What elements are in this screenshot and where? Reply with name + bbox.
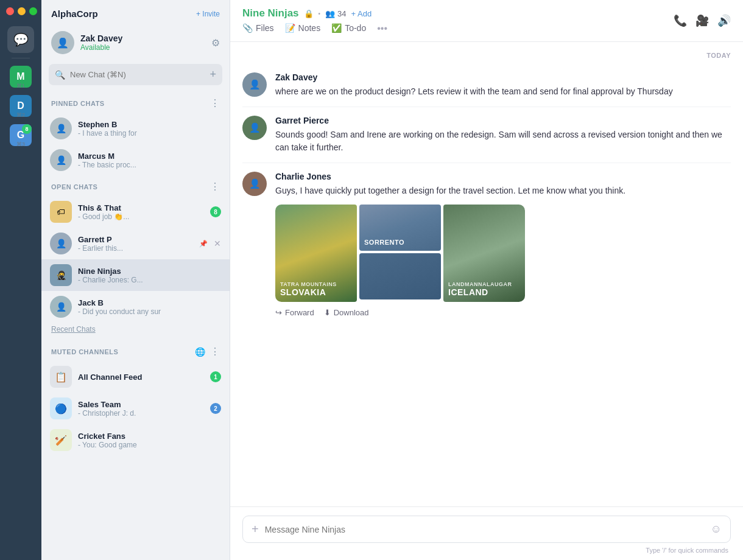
shortcut-label-3: ⌘3 bbox=[16, 141, 25, 147]
channel-sales-team[interactable]: 🔵 Sales Team - Christopher J: d. 2 bbox=[41, 393, 230, 424]
pin-icon: 📌 bbox=[199, 240, 208, 248]
members-count: 👥 34 bbox=[325, 9, 346, 18]
collage-col-left: TATRA MOUNTAINS SLOVAKIA bbox=[275, 205, 357, 302]
close-window-btn[interactable] bbox=[6, 7, 14, 15]
workspace-badge-g: 8 bbox=[22, 124, 32, 134]
open-chat-this-that[interactable]: 🏷 This & That - Good job 👏... 8 bbox=[41, 196, 230, 228]
unread-badge: 1 bbox=[210, 371, 221, 382]
close-chat-icon[interactable]: ✕ bbox=[214, 239, 221, 248]
add-members-button[interactable]: + Add bbox=[351, 9, 372, 18]
people-icon: 👥 bbox=[325, 9, 335, 18]
sender-name: Charlie Jones bbox=[275, 172, 731, 181]
open-chats-header: OPEN CHATS ⋮ bbox=[41, 176, 230, 196]
message-actions: ↪ Forward ⬇ Download bbox=[275, 308, 731, 317]
chat-name: Garrett P bbox=[78, 235, 193, 244]
channel-cricket-fans[interactable]: 🏏 Cricket Fans - You: Good game bbox=[41, 424, 230, 456]
message-text: Guys, I have quickly put together a desi… bbox=[275, 184, 731, 197]
recent-chats-link[interactable]: Recent Chats bbox=[41, 323, 230, 340]
avatar: 🥷 bbox=[50, 264, 72, 286]
window-controls bbox=[0, 7, 37, 15]
chat-preview: - Earlier this... bbox=[78, 244, 193, 253]
settings-icon[interactable]: ⚙ bbox=[211, 37, 220, 49]
open-chat-nine-ninjas[interactable]: 🥷 Nine Ninjas - Charlie Jones: G... bbox=[41, 259, 230, 291]
messages-area[interactable]: TODAY 👤 Zak Davey where are we on the pr… bbox=[230, 42, 743, 506]
chat-title-row: Nine Ninjas 🔒 • 👥 34 + Add bbox=[242, 7, 387, 19]
sender-name: Zak Davey bbox=[275, 72, 731, 82]
sidebar-item-chat[interactable]: 💬 bbox=[7, 26, 34, 53]
avatar: 👤 bbox=[51, 31, 74, 54]
attach-button[interactable]: + bbox=[252, 522, 259, 536]
image-slovakia: TATRA MOUNTAINS SLOVAKIA bbox=[275, 205, 357, 302]
image-label-iceland: LANDMANNALAUGAR ICELAND bbox=[448, 281, 512, 297]
channel-preview: - You: Good game bbox=[78, 441, 221, 449]
muted-channels-label: MUTED CHANNELS bbox=[51, 348, 118, 355]
lock-icon: 🔒 bbox=[304, 9, 314, 18]
pinned-chat-marcus[interactable]: 👤 Marcus M - The basic proc... bbox=[41, 144, 230, 176]
channel-info: Cricket Fans - You: Good game bbox=[78, 432, 221, 449]
unread-badge: 8 bbox=[210, 206, 221, 217]
channel-avatar: 🔵 bbox=[50, 397, 72, 419]
message-text: Sounds good! Sam and Irene are working o… bbox=[275, 128, 731, 154]
maximize-window-btn[interactable] bbox=[29, 7, 37, 15]
date-divider: TODAY bbox=[242, 42, 731, 64]
message-group: 👤 Garret Pierce Sounds good! Sam and Ire… bbox=[242, 107, 731, 163]
pinned-chat-stephen[interactable]: 👤 Stephen B - I have a thing for bbox=[41, 113, 230, 144]
open-chats-more-icon[interactable]: ⋮ bbox=[210, 181, 220, 192]
channel-avatar: 📋 bbox=[50, 366, 72, 388]
video-call-button[interactable]: 🎥 bbox=[695, 14, 709, 27]
sidebar-item-d1[interactable]: D ⌘2 bbox=[7, 93, 34, 119]
sidebar-item-m1[interactable]: M ⌘1 bbox=[7, 63, 34, 90]
avatar: 👤 bbox=[50, 149, 72, 171]
sender-name: Garret Pierce bbox=[275, 116, 731, 125]
user-name: Zak Davey bbox=[80, 33, 205, 43]
todo-icon: ✅ bbox=[331, 23, 342, 33]
globe-icon[interactable]: 🌐 bbox=[195, 347, 205, 357]
chat-info: Stephen B - I have a thing for bbox=[78, 120, 221, 138]
chat-name: Marcus M bbox=[78, 152, 221, 161]
chat-info: Marcus M - The basic proc... bbox=[78, 152, 221, 169]
avatar: 🏷 bbox=[50, 201, 72, 223]
download-button[interactable]: ⬇ Download bbox=[324, 308, 369, 317]
more-tabs-icon[interactable]: ••• bbox=[377, 23, 387, 34]
invite-button[interactable]: + Invite bbox=[196, 10, 220, 18]
channel-name: All Channel Feed bbox=[78, 373, 204, 382]
open-chats-label: OPEN CHATS bbox=[51, 183, 97, 191]
message-input[interactable] bbox=[265, 525, 705, 534]
sidebar: AlphaCorp + Invite 👤 Zak Davey Available… bbox=[41, 0, 230, 560]
search-input[interactable] bbox=[70, 70, 205, 79]
user-row: 👤 Zak Davey Available ⚙ bbox=[41, 27, 230, 61]
chat-info: Garrett P - Earlier this... bbox=[78, 235, 193, 253]
image-label-slovakia: TATRA MOUNTAINS SLOVAKIA bbox=[280, 281, 337, 297]
audio-button[interactable]: 🔊 bbox=[717, 14, 731, 27]
emoji-button[interactable]: ☺ bbox=[711, 523, 722, 536]
muted-channels-more-icon[interactable]: ⋮ bbox=[210, 346, 220, 357]
message-group: 👤 Charlie Jones Guys, I have quickly put… bbox=[242, 163, 731, 326]
collage-col-mid: SORRENTO bbox=[359, 205, 441, 302]
quick-commands-hint: Type '/' for quick commands bbox=[242, 543, 731, 555]
icon-bar-divider bbox=[12, 58, 30, 58]
channel-info: Sales Team - Christopher J: d. bbox=[78, 400, 204, 418]
shortcut-label-1: ⌘1 bbox=[16, 83, 25, 89]
message-content: Garret Pierce Sounds good! Sam and Irene… bbox=[275, 116, 731, 154]
download-icon: ⬇ bbox=[324, 308, 331, 317]
forward-button[interactable]: ↪ Forward bbox=[275, 308, 314, 317]
channel-all-feed[interactable]: 📋 All Channel Feed 1 bbox=[41, 361, 230, 393]
minimize-window-btn[interactable] bbox=[18, 7, 26, 15]
open-chat-jack[interactable]: 👤 Jack B - Did you conduct any sur bbox=[41, 291, 230, 323]
tab-todo[interactable]: ✅ To-do bbox=[331, 23, 366, 34]
pinned-chats-more-icon[interactable]: ⋮ bbox=[210, 97, 220, 109]
chat-info: Jack B - Did you conduct any sur bbox=[78, 298, 221, 316]
input-area: + ☺ Type '/' for quick commands bbox=[230, 506, 743, 560]
search-icon: 🔍 bbox=[55, 70, 65, 80]
sidebar-item-g1[interactable]: G 8 ⌘3 bbox=[7, 122, 34, 149]
chat-preview: - Good job 👏... bbox=[78, 212, 204, 221]
voice-call-button[interactable]: 📞 bbox=[674, 14, 687, 27]
image-label-sorrento: SORRENTO bbox=[364, 239, 404, 246]
new-chat-plus-icon[interactable]: + bbox=[210, 68, 216, 81]
chat-header-left: Nine Ninjas 🔒 • 👥 34 + Add 📎 Files 📝 Not… bbox=[242, 7, 387, 34]
tab-files[interactable]: 📎 Files bbox=[242, 23, 274, 34]
tab-notes[interactable]: 📝 Notes bbox=[285, 23, 321, 34]
sidebar-header: AlphaCorp + Invite bbox=[41, 0, 230, 27]
message-input-row: + ☺ bbox=[242, 516, 731, 543]
open-chat-garrett[interactable]: 👤 Garrett P - Earlier this... 📌 ✕ bbox=[41, 228, 230, 259]
